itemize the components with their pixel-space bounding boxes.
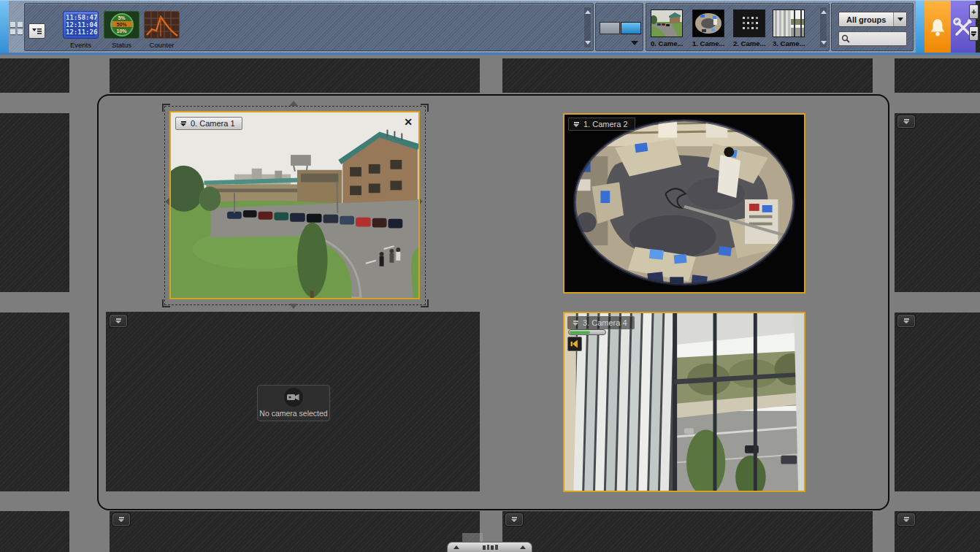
camera-list-item-3[interactable]: 3. Came... [773,9,805,47]
layout-grid-icon[interactable] [10,22,23,34]
camera-0-label: 0. Came... [651,39,683,47]
camera-1-title: 1. Camera 2 [583,120,628,129]
camera-list-item-0[interactable]: 0. Came... [651,9,683,47]
camera-0-thumb-image [651,10,682,37]
cell-menu-button[interactable] [505,513,523,526]
close-icon[interactable]: ✕ [404,117,413,127]
status-preview: 5% 50% 10% [104,11,139,39]
toolbar-border [0,53,980,55]
camera-tile-0[interactable]: 0. Camera 1 ✕ [169,111,420,299]
camera-2-label: 2. Came... [733,39,765,47]
camera-1-thumb-image [693,10,724,37]
layout-cell [0,58,69,93]
camera-3-thumb-image [773,10,804,37]
chevron-down-icon [180,121,187,126]
layout-cell [110,511,480,552]
camera-2-thumbnail [733,9,765,37]
chevron-down-icon [573,122,580,127]
camera-1-thumbnail [692,9,724,37]
camera-search-input[interactable] [851,34,904,44]
status-widget[interactable]: 5% 50% 10% Status [104,11,139,49]
layout-cell [895,58,980,93]
camera-list-scrollbar[interactable] [819,7,827,48]
status-percent: 5% [112,15,132,21]
chevron-down-icon [971,31,977,37]
chevron-down-icon [511,517,518,522]
layout-cell [110,58,480,93]
group-select-arrow[interactable] [893,12,906,26]
camera-icon [284,388,303,407]
bell-icon [928,18,947,38]
monitor-dropdown-icon[interactable] [631,41,638,45]
camera-3-title: 3. Camera 4 [583,318,627,327]
camera-0-title: 0. Camera 1 [191,119,235,128]
scroll-down-icon [821,41,827,45]
monitor-1-button[interactable] [600,22,620,34]
right-accent-strip [916,1,925,54]
cell-menu-button[interactable] [110,315,127,327]
no-camera-message: No camera selected [258,409,329,418]
grid-square [18,29,23,34]
group-filter-panel: All groups [831,3,914,51]
collapse-toolbar-button[interactable] [969,26,979,41]
plus-label: + [971,7,976,16]
layout-cell [0,113,69,292]
cell-menu-button[interactable] [897,315,915,327]
resize-handle-top-right[interactable] [421,104,429,112]
group-select[interactable]: All groups [838,12,907,27]
move-handle-up-icon[interactable] [289,101,298,106]
chevron-down-icon [903,318,910,323]
cell-menu-button[interactable] [112,513,130,526]
camera-1-label: 1. Came... [692,39,724,47]
camera-3-video [564,313,804,491]
filter-list-icon [31,27,42,36]
widgets-panel: 11:58:47 12:11:04 12:11:26 Events 5% 50%… [24,3,594,51]
status-gauge: 5% 50% 10% [110,13,134,37]
event-time: 12:11:04 [66,21,96,28]
search-field[interactable] [838,31,907,46]
layout-cell [0,313,69,491]
cell-menu-button[interactable] [897,115,915,128]
bottom-panel-handle[interactable] [447,542,532,552]
camera-3-thumbnail [773,9,805,37]
camera-0-thumbnail [651,9,683,37]
move-handle-down-icon[interactable] [289,304,298,309]
cell-menu-button[interactable] [897,513,915,526]
monitor-2-button-active[interactable] [621,22,641,34]
camera-tile-1[interactable]: 1. Camera 2 [563,113,805,294]
panel-filter-button[interactable] [28,23,45,39]
camera-3-menu[interactable]: 3. Camera 4 [567,316,635,329]
events-widget[interactable]: 11:58:47 12:11:04 12:11:26 Events [63,11,99,49]
events-label: Events [63,41,99,49]
counter-chart-icon [145,12,179,38]
expand-toolbar-button[interactable]: + [969,4,979,19]
expand-up-icon [520,545,526,549]
events-preview: 11:58:47 12:11:04 12:11:26 [63,11,99,39]
chevron-down-icon [115,318,122,323]
camera-2-thumb-image [734,10,765,37]
counter-widget[interactable]: Counter [144,11,180,49]
status-percent: 50% [112,22,132,28]
status-label: Status [104,41,139,49]
layout-cell [502,511,873,552]
camera-list-item-2[interactable]: 2. Came... [733,9,765,47]
camera-3-label: 3. Came... [773,39,805,47]
resize-handle-bottom-right[interactable] [421,299,429,307]
layout-cell [895,113,980,292]
layout-cell [502,58,873,93]
counter-label: Counter [144,41,180,49]
camera-1-menu[interactable]: 1. Camera 2 [568,118,635,131]
speaker-button[interactable] [567,337,582,351]
camera-1-video [564,115,804,292]
alerts-button[interactable] [925,1,951,54]
camera-tile-3[interactable]: 3. Camera 4 [563,312,805,492]
camera-list-item-1[interactable]: 1. Came... [692,9,724,47]
chevron-down-icon [573,321,579,326]
widgets-scrollbar[interactable] [583,7,592,48]
empty-camera-cell[interactable]: No camera selected [106,312,480,491]
camera-0-video [171,112,418,298]
resize-handle-bottom-left[interactable] [162,299,170,307]
chevron-down-icon [903,119,910,124]
camera-0-menu[interactable]: 0. Camera 1 [175,117,242,130]
volume-slider[interactable] [568,329,606,335]
